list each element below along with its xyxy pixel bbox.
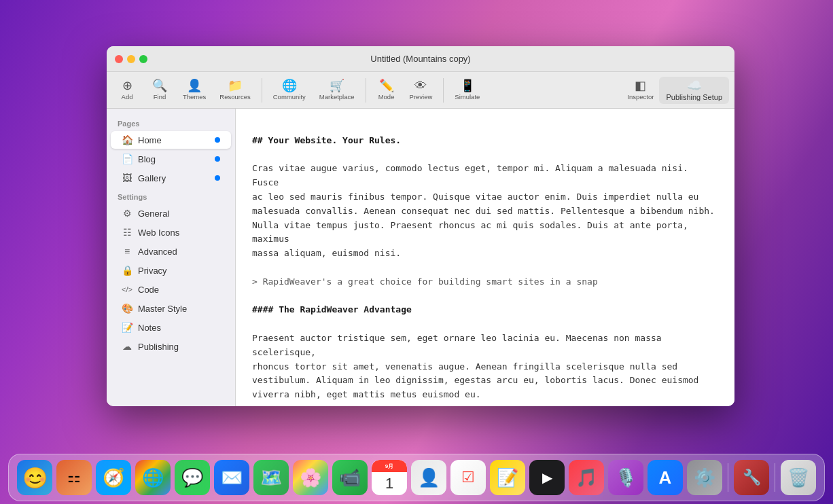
simulate-button[interactable]: 📱 Simulate xyxy=(449,77,485,103)
find-button[interactable]: 🔍 Find xyxy=(145,77,175,103)
community-icon: 🌐 xyxy=(282,79,297,92)
editor-para-1: Cras vitae augue varius, commodo lectus … xyxy=(252,163,715,258)
notes-icon: 📝 xyxy=(497,467,518,488)
themes-button[interactable]: 👤 Themes xyxy=(177,77,211,103)
editor-h4-1: #### The RapidWeaver Advantage xyxy=(252,304,412,314)
dock-finder[interactable]: 😊 xyxy=(17,460,52,495)
launchpad-icon: ⚏ xyxy=(67,469,81,486)
chrome-icon: 🌐 xyxy=(142,467,164,488)
reminders-icon: ☑ xyxy=(461,469,475,486)
general-icon: ⚙ xyxy=(122,208,132,219)
sidebar-general-label: General xyxy=(138,209,220,219)
close-button[interactable] xyxy=(115,55,123,63)
trash-icon: 🗑️ xyxy=(787,467,809,488)
calendar-day: 1 xyxy=(385,472,393,495)
dock-maps[interactable]: 🗺️ xyxy=(253,460,289,495)
web-icons-icon: ☷ xyxy=(122,227,132,238)
editor-para-2: Praesent auctor tristique sem, eget orna… xyxy=(252,333,698,399)
messages-icon: 💬 xyxy=(181,467,203,488)
maps-icon: 🗺️ xyxy=(260,467,282,488)
mode-icon: ✏️ xyxy=(379,79,394,92)
sidebar-item-gallery[interactable]: 🖼 Gallery xyxy=(111,169,231,187)
mail-icon: ✉️ xyxy=(221,467,243,488)
dock-appstore[interactable]: A xyxy=(648,460,683,495)
app-window: Untitled (Mountains copy) ⊕ Add 🔍 Find 👤… xyxy=(107,46,734,406)
sidebar: Pages 🏠 Home 📄 Blog 🖼 Gallery Settings ⚙ xyxy=(107,109,236,406)
toolbar-separator-2 xyxy=(366,78,366,103)
community-button[interactable]: 🌐 Community xyxy=(268,77,311,103)
calendar-month: 9月 xyxy=(372,460,407,472)
sidebar-item-general[interactable]: ⚙ General xyxy=(111,204,231,222)
facetime-icon: 📹 xyxy=(339,467,361,488)
add-button[interactable]: ⊕ Add xyxy=(112,77,142,103)
themes-icon: 👤 xyxy=(187,79,202,92)
dock-reminders[interactable]: ☑ xyxy=(450,460,486,495)
inspector-button[interactable]: ◧ Inspector xyxy=(622,77,659,103)
dock-contacts[interactable]: 👤 xyxy=(411,460,446,495)
sidebar-item-advanced[interactable]: ≡ Advanced xyxy=(111,242,231,260)
dock-settings[interactable]: ⚙️ xyxy=(687,460,722,495)
sidebar-publishing-label: Publishing xyxy=(138,342,220,352)
sidebar-item-web-icons[interactable]: ☷ Web Icons xyxy=(111,223,231,241)
editor-area[interactable]: ## Your Website. Your Rules. Cras vitae … xyxy=(236,109,734,406)
privacy-icon: 🔒 xyxy=(122,265,132,276)
preview-label: Preview xyxy=(410,93,433,101)
sidebar-item-publishing[interactable]: ☁ Publishing xyxy=(111,338,231,355)
dock-separator-2 xyxy=(775,463,775,492)
sidebar-item-blog[interactable]: 📄 Blog xyxy=(111,150,231,168)
preview-button[interactable]: 👁 Preview xyxy=(404,77,438,103)
toolbar-right: ◧ Inspector ☁️ Publishing Setup xyxy=(622,77,729,104)
pages-section-label: Pages xyxy=(107,114,235,130)
sidebar-code-label: Code xyxy=(138,285,220,295)
marketplace-button[interactable]: 🛒 Marketplace xyxy=(314,77,360,103)
dock-messages[interactable]: 💬 xyxy=(175,460,210,495)
dock-calendar[interactable]: 9月 1 xyxy=(372,460,407,495)
settings-icon: ⚙️ xyxy=(694,467,715,488)
toolbar: ⊕ Add 🔍 Find 👤 Themes 📁 Resources 🌐 Comm… xyxy=(107,72,734,109)
dock-music[interactable]: 🎵 xyxy=(569,460,604,495)
contacts-icon: 👤 xyxy=(418,467,440,488)
sidebar-item-code[interactable]: </> Code xyxy=(111,281,231,298)
dock-rapidweaver[interactable]: 🔧 xyxy=(734,460,769,495)
dock-appletv[interactable]: ▶ xyxy=(529,460,565,495)
titlebar: Untitled (Mountains copy) xyxy=(107,46,734,72)
dock-photos[interactable]: 🌸 xyxy=(293,460,328,495)
sidebar-item-notes[interactable]: 📝 Notes xyxy=(111,319,231,336)
sidebar-gallery-label: Gallery xyxy=(138,173,215,183)
publishing-setup-icon: ☁️ xyxy=(687,79,702,92)
maximize-button[interactable] xyxy=(139,55,147,63)
rapidweaver-icon: 🔧 xyxy=(743,469,761,486)
resources-label: Resources xyxy=(219,93,250,101)
sidebar-master-style-label: Master Style xyxy=(138,304,220,314)
mode-button[interactable]: ✏️ Mode xyxy=(372,77,402,103)
publishing-setup-button[interactable]: ☁️ Publishing Setup xyxy=(659,77,729,104)
dock-safari[interactable]: 🧭 xyxy=(96,460,131,495)
sidebar-item-master-style[interactable]: 🎨 Master Style xyxy=(111,300,231,317)
sidebar-item-home[interactable]: 🏠 Home xyxy=(111,131,231,149)
dock-notes[interactable]: 📝 xyxy=(490,460,525,495)
simulate-icon: 📱 xyxy=(460,79,475,92)
sidebar-item-privacy[interactable]: 🔒 Privacy xyxy=(111,262,231,279)
gallery-icon: 🖼 xyxy=(122,173,132,183)
dock-mail[interactable]: ✉️ xyxy=(214,460,249,495)
dock-podcasts[interactable]: 🎙️ xyxy=(608,460,643,495)
sidebar-web-icons-label: Web Icons xyxy=(138,228,220,238)
dock-separator xyxy=(728,463,728,492)
dock-chrome[interactable]: 🌐 xyxy=(135,460,171,495)
finder-icon: 😊 xyxy=(22,466,48,490)
dock-facetime[interactable]: 📹 xyxy=(332,460,368,495)
editor-h2-1: ## Your Website. Your Rules. xyxy=(252,135,401,145)
toolbar-separator-3 xyxy=(443,78,444,103)
photos-icon: 🌸 xyxy=(300,467,321,488)
resources-button[interactable]: 📁 Resources xyxy=(214,77,255,103)
appletv-icon: ▶ xyxy=(542,469,552,486)
main-content: Pages 🏠 Home 📄 Blog 🖼 Gallery Settings ⚙ xyxy=(107,109,734,406)
blog-dot xyxy=(215,156,220,162)
safari-icon: 🧭 xyxy=(103,467,124,488)
minimize-button[interactable] xyxy=(127,55,135,63)
dock-trash[interactable]: 🗑️ xyxy=(781,460,816,495)
marketplace-label: Marketplace xyxy=(319,93,355,101)
dock-launchpad[interactable]: ⚏ xyxy=(56,460,92,495)
inspector-icon: ◧ xyxy=(635,79,646,92)
window-title: Untitled (Mountains copy) xyxy=(370,54,470,64)
